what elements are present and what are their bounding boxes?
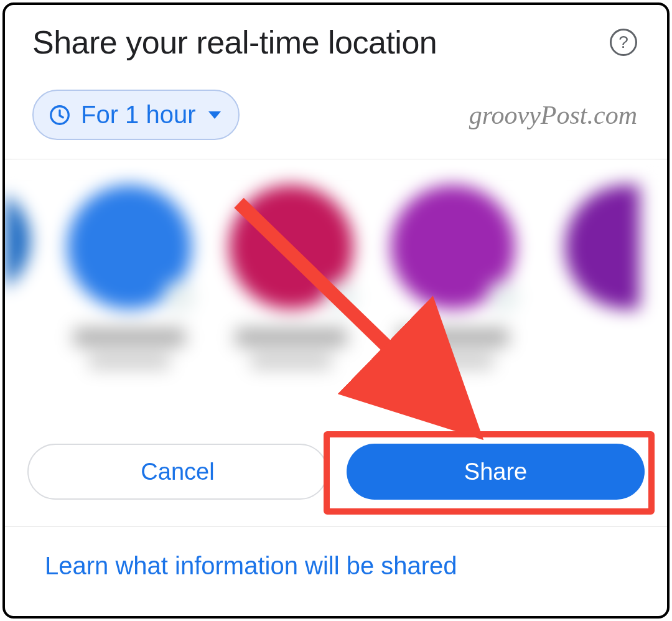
avatar bbox=[565, 185, 640, 309]
contact-sub-blurred bbox=[413, 354, 493, 369]
avatar bbox=[229, 185, 353, 309]
contact-sub-blurred bbox=[251, 354, 332, 369]
action-buttons-row: Cancel Share bbox=[5, 418, 667, 522]
dialog-title: Share your real-time location bbox=[32, 24, 437, 61]
contact-item[interactable] bbox=[229, 185, 353, 369]
contact-sub-blurred bbox=[89, 354, 170, 369]
help-icon[interactable]: ? bbox=[610, 29, 637, 56]
avatar bbox=[5, 185, 30, 297]
contact-name-blurred bbox=[235, 328, 347, 347]
learn-more-link[interactable]: Learn what information will be shared bbox=[5, 527, 497, 605]
contact-item[interactable] bbox=[391, 185, 515, 369]
chevron-down-icon bbox=[208, 111, 221, 119]
contact-name-blurred bbox=[73, 328, 185, 347]
avatar bbox=[391, 185, 515, 309]
duration-row: For 1 hour groovyPost.com bbox=[5, 67, 667, 159]
cancel-button[interactable]: Cancel bbox=[27, 444, 328, 500]
contact-name-blurred bbox=[397, 328, 509, 347]
dialog-header: Share your real-time location ? bbox=[5, 5, 667, 67]
share-button[interactable]: Share bbox=[347, 444, 645, 500]
dialog-frame: Share your real-time location ? For 1 ho… bbox=[2, 2, 670, 619]
avatar bbox=[67, 185, 192, 309]
duration-label: For 1 hour bbox=[81, 101, 196, 129]
watermark-text: groovyPost.com bbox=[469, 100, 637, 130]
duration-chip[interactable]: For 1 hour bbox=[32, 90, 240, 140]
clock-icon bbox=[49, 104, 71, 126]
contact-item[interactable] bbox=[5, 185, 30, 297]
help-icon-glyph: ? bbox=[618, 32, 628, 52]
contact-item[interactable] bbox=[67, 185, 192, 369]
contacts-carousel[interactable] bbox=[5, 160, 667, 418]
